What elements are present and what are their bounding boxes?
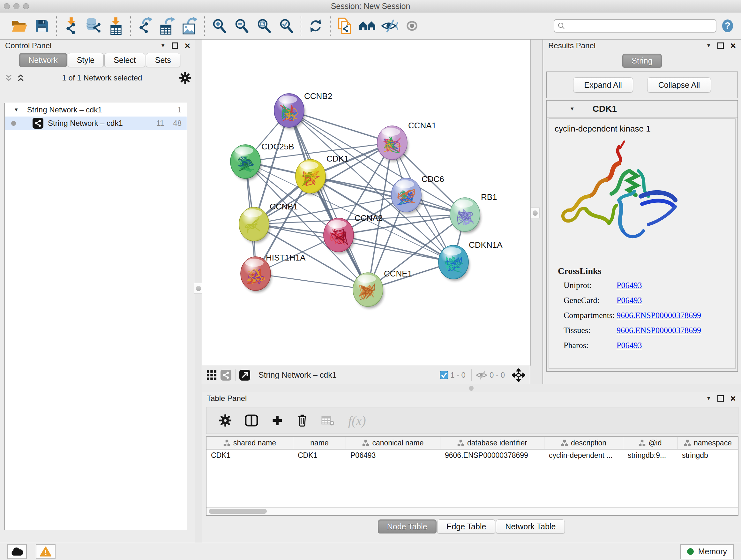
search-input[interactable]: [568, 21, 716, 30]
copy-network-button[interactable]: [336, 16, 354, 36]
show-columns-icon[interactable]: [245, 415, 258, 427]
export-table-button[interactable]: [158, 16, 177, 36]
import-network-file-button[interactable]: [62, 16, 80, 36]
close-panel-icon[interactable]: ×: [185, 42, 190, 50]
add-column-icon[interactable]: [272, 415, 283, 426]
show-hidden-button[interactable]: [403, 16, 421, 36]
close-panel-icon[interactable]: ×: [730, 42, 736, 50]
network-node[interactable]: HIST1H1A: [241, 253, 306, 293]
crosslink-link[interactable]: P06493: [616, 296, 642, 305]
network-node[interactable]: CDK1: [295, 154, 348, 195]
tab-string-results[interactable]: String: [622, 54, 662, 68]
column-header[interactable]: canonical name: [346, 437, 441, 449]
import-network-database-button[interactable]: [84, 16, 103, 36]
entry-description: cyclin-dependent kinase 1: [549, 119, 735, 134]
tab-style[interactable]: Style: [68, 53, 104, 67]
node-label: CDC25B: [261, 142, 294, 151]
zoom-in-button[interactable]: [210, 16, 228, 36]
warnings-button[interactable]: [36, 544, 56, 559]
horizontal-splitter[interactable]: [202, 384, 741, 392]
zoom-fit-button[interactable]: [255, 16, 273, 36]
column-header[interactable]: name: [293, 437, 346, 449]
cell-namespace[interactable]: stringdb: [677, 451, 738, 460]
cloud-status-button[interactable]: [7, 544, 27, 559]
collapse-all-button[interactable]: Collapse All: [647, 77, 711, 92]
column-header[interactable]: description: [544, 437, 623, 449]
column-header[interactable]: database identifier: [441, 437, 544, 449]
tab-node-table[interactable]: Node Table: [378, 519, 436, 534]
crosslink-link[interactable]: 9606.ENSP00000378699: [616, 311, 701, 320]
help-button[interactable]: ?: [719, 16, 737, 36]
network-node[interactable]: RB1: [450, 192, 497, 233]
zoom-fit-icon: [257, 18, 271, 33]
network-view-canvas[interactable]: CCNB2CCNA1CDC25BCDK1CDC6RB1CCNB1CCNA2CDK…: [202, 40, 531, 366]
zoom-out-button[interactable]: [232, 16, 251, 36]
cell-id[interactable]: stringdb:9...: [623, 451, 677, 460]
import-table-button[interactable]: [107, 16, 125, 36]
panel-menu-icon[interactable]: ▼: [706, 396, 711, 401]
export-network-button[interactable]: [136, 16, 154, 36]
network-node[interactable]: CDKN1A: [439, 240, 502, 281]
hide-selected-button[interactable]: [381, 16, 399, 36]
network-options-gear-icon[interactable]: [179, 72, 191, 84]
expand-all-icon[interactable]: [17, 74, 25, 82]
table-row[interactable]: CDK1 CDK1 P06493 9606.ENSP00000378699 cy…: [206, 449, 738, 461]
float-panel-icon[interactable]: [718, 395, 724, 401]
crosslink-label: GeneCard:: [563, 296, 614, 305]
network-collection-row[interactable]: ▼ String Network – cdk1 1: [5, 103, 187, 117]
detach-view-icon[interactable]: [239, 370, 250, 381]
network-overview-button[interactable]: [358, 16, 376, 36]
tab-edge-table[interactable]: Edge Table: [437, 519, 495, 534]
selected-nodes-checkbox-icon[interactable]: [440, 371, 448, 379]
network-row[interactable]: String Network – cdk1 11 48: [5, 117, 187, 130]
memory-button[interactable]: Memory: [680, 544, 734, 559]
crosslink-link[interactable]: P06493: [616, 281, 642, 290]
cell-name[interactable]: CDK1: [293, 451, 346, 460]
collapse-all-icon[interactable]: [4, 74, 13, 82]
column-header[interactable]: shared name: [206, 437, 293, 449]
right-splitter-handle[interactable]: [531, 207, 540, 219]
collection-expander-icon[interactable]: ▼: [14, 107, 19, 112]
tab-select[interactable]: Select: [105, 53, 145, 67]
entry-expander-icon[interactable]: ▼: [569, 106, 575, 111]
grid-view-icon[interactable]: [206, 370, 217, 380]
export-image-button[interactable]: [181, 16, 199, 36]
cell-database-identifier[interactable]: 9606.ENSP00000378699: [441, 451, 544, 460]
horizontal-splitter-handle[interactable]: [469, 386, 474, 391]
save-session-button[interactable]: [33, 16, 51, 36]
network-view-mode-icon[interactable]: [220, 370, 231, 381]
birdseye-navigator-icon[interactable]: [512, 368, 525, 382]
network-graph[interactable]: CCNB2CCNA1CDC25BCDK1CDC6RB1CCNB1CCNA2CDK…: [202, 40, 530, 366]
tab-sets[interactable]: Sets: [146, 53, 180, 67]
tab-network-table[interactable]: Network Table: [496, 519, 565, 534]
cell-description[interactable]: cyclin-dependent ...: [544, 451, 623, 460]
crosslink-link[interactable]: P06493: [616, 341, 642, 350]
open-folder-icon: [11, 18, 28, 33]
float-panel-icon[interactable]: [172, 43, 178, 49]
crosslink-row: Pharos: P06493: [549, 341, 735, 350]
entry-header[interactable]: ▼ CDK1: [547, 101, 738, 118]
zoom-selected-button[interactable]: [277, 16, 295, 36]
network-node[interactable]: CCNE1: [353, 269, 412, 308]
collection-label: String Network – cdk1: [27, 105, 102, 114]
status-bar: Memory: [0, 543, 741, 560]
panel-menu-icon[interactable]: ▼: [160, 43, 165, 48]
close-panel-icon[interactable]: ×: [730, 395, 736, 402]
refresh-view-button[interactable]: [307, 16, 325, 36]
table-horizontal-scrollbar[interactable]: [206, 507, 738, 515]
expand-all-button[interactable]: Expand All: [573, 77, 633, 92]
delete-column-icon[interactable]: [296, 414, 308, 427]
scrollbar-thumb[interactable]: [209, 509, 267, 514]
open-session-button[interactable]: [10, 16, 28, 36]
panel-menu-icon[interactable]: ▼: [706, 43, 711, 48]
table-options-gear-icon[interactable]: [219, 415, 231, 427]
cell-shared-name[interactable]: CDK1: [206, 451, 293, 460]
float-panel-icon[interactable]: [718, 43, 724, 49]
cell-canonical-name[interactable]: P06493: [346, 451, 441, 460]
column-type-icon: [561, 439, 568, 447]
network-node[interactable]: CCNA1: [377, 121, 436, 162]
column-header[interactable]: namespace: [677, 437, 738, 449]
crosslink-link[interactable]: 9606.ENSP00000378699: [616, 326, 701, 335]
column-header[interactable]: @id: [623, 437, 677, 449]
tab-network[interactable]: Network: [19, 53, 67, 67]
